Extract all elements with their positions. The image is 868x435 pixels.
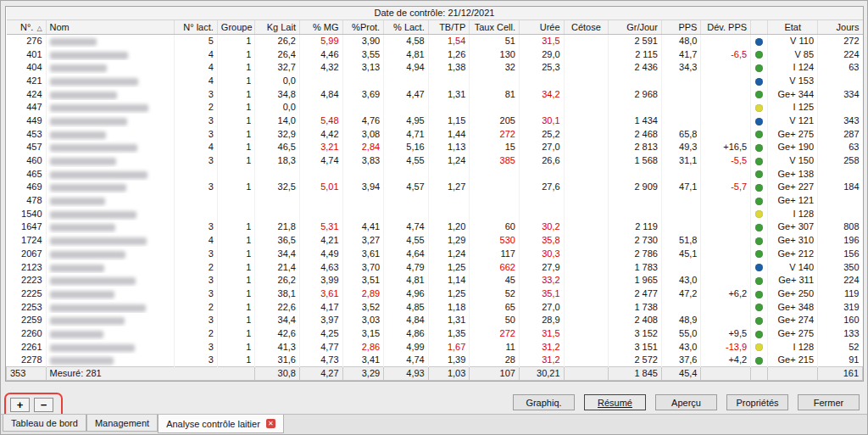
cell-tb <box>428 100 470 114</box>
column-header-prot[interactable]: %Prot. <box>342 20 384 34</box>
table-row[interactable]: 22602142,64,253,154,861,3527231,53 15255… <box>7 326 863 340</box>
table-row[interactable]: 22593134,43,973,034,841,315028,92 40848,… <box>7 313 863 326</box>
status-dot-green <box>755 250 763 258</box>
cell-grp: 1 <box>217 233 255 247</box>
close-button[interactable]: Fermer <box>798 394 860 410</box>
cell-lact: 3 <box>175 313 218 326</box>
cell-gr: 1 965 <box>609 273 662 287</box>
graph-button[interactable]: Graphiq. <box>513 394 575 410</box>
column-header-dev[interactable]: Dév. PPS <box>701 20 751 34</box>
cell-prot <box>342 207 384 220</box>
preview-button[interactable]: Aperçu <box>655 394 717 410</box>
table-row[interactable]: 4533132,94,423,084,711,4427225,22 46865,… <box>7 127 863 141</box>
table-row[interactable]: 22253138,13,612,894,961,255235,12 47747,… <box>7 287 863 300</box>
cell-nom <box>46 313 175 326</box>
cell-kg: 21,4 <box>255 260 300 274</box>
column-header-no[interactable]: N°.△ <box>7 20 47 34</box>
cell-lact: 3 <box>175 287 218 300</box>
cell-mg: 4,73 <box>299 354 342 367</box>
column-header-kg[interactable]: Kg Lait <box>255 20 300 34</box>
cell-lact: 3 <box>175 153 218 167</box>
table-row[interactable]: 4014126,44,463,554,811,2613029,02 11541,… <box>7 47 863 61</box>
table-row[interactable]: 4693132,55,013,944,571,2727,62 90947,1-5… <box>7 181 863 194</box>
cell-dot <box>751 207 768 220</box>
column-header-nom[interactable]: Nom <box>46 20 175 34</box>
table-row[interactable]: 2765126,25,993,904,581,545131,52 59148,0… <box>7 34 863 47</box>
table-row[interactable]: 21232121,44,633,704,791,2566227,91 783V … <box>7 260 863 274</box>
table-row[interactable]: 22532122,64,173,524,851,186527,01 738Ge+… <box>7 300 863 314</box>
cell-kg: 32,9 <box>255 127 300 141</box>
column-header-gr[interactable]: Gr/Jour <box>609 20 662 34</box>
cell-cell: 65 <box>470 300 520 314</box>
column-header-lact[interactable]: N° lact. <box>175 20 218 34</box>
resume-button[interactable]: Résumé <box>584 394 646 410</box>
column-header-mg[interactable]: % MG <box>299 20 342 34</box>
cell-pps: 49,3 <box>661 141 701 154</box>
cell-lac <box>384 167 429 181</box>
table-row[interactable]: 421410,0V 153 <box>7 74 863 87</box>
properties-button[interactable]: Propriétés <box>726 394 788 410</box>
column-header-tb[interactable]: TB/TP <box>428 20 470 34</box>
table-row[interactable]: 1540I 128 <box>7 207 863 220</box>
close-tab-icon[interactable]: ✕ <box>266 419 275 428</box>
table-row[interactable]: 22233126,23,993,514,811,144533,21 96543,… <box>7 273 863 287</box>
blurred-name <box>50 144 137 152</box>
column-header-jours[interactable]: Jours <box>818 20 863 34</box>
remove-button[interactable]: − <box>34 398 53 412</box>
cell-pps: 47,2 <box>661 287 701 300</box>
cell-dot <box>751 60 768 74</box>
cell-etat: Ge+ 274 <box>768 313 818 326</box>
cell-pps <box>661 114 701 127</box>
cell-grp: 1 <box>217 87 255 101</box>
table-row[interactable]: 447210,0I 125 <box>7 100 863 114</box>
total-cell: 107 <box>470 366 520 380</box>
table-row[interactable]: 22783131,64,733,414,741,392831,22 57237,… <box>7 354 863 367</box>
column-header-uree[interactable]: Urée <box>519 20 564 34</box>
column-header-lac[interactable]: % Lact. <box>384 20 429 34</box>
table-row[interactable]: 4603118,34,743,834,551,2438526,61 56831,… <box>7 153 863 167</box>
cell-grp: 1 <box>217 34 255 47</box>
cell-prot: 3,69 <box>342 87 384 101</box>
sort-ascending-icon: △ <box>36 25 42 32</box>
column-header-cell[interactable]: Taux Cell. <box>470 20 520 34</box>
cell-nom <box>46 247 175 260</box>
table-row[interactable]: 16473121,85,314,414,741,206030,22 119Ge+… <box>7 220 863 234</box>
table-row[interactable]: 465Ge+ 138 <box>7 167 863 181</box>
cell-prot: 3,08 <box>342 127 384 141</box>
cell-gr: 2 909 <box>609 181 662 194</box>
cell-cet <box>564 273 609 287</box>
tab-tableau-de-bord[interactable]: Tableau de bord <box>3 415 86 432</box>
table-row[interactable]: 17244136,54,213,274,551,2953035,82 73051… <box>7 233 863 247</box>
tab-analyse-controle-laitier[interactable]: Analyse contrôle laitier ✕ <box>158 415 284 433</box>
cell-uree: 29,0 <box>519 47 564 61</box>
column-header-pps[interactable]: PPS <box>661 20 701 34</box>
cell-prot: 3,51 <box>342 273 384 287</box>
cell-jours <box>818 74 863 87</box>
cell-prot <box>342 193 384 207</box>
table-row[interactable]: 20673134,44,493,614,641,2411730,32 78645… <box>7 247 863 260</box>
cell-prot <box>342 100 384 114</box>
cell-dot <box>751 326 768 340</box>
blurred-name <box>50 184 126 192</box>
add-button[interactable]: + <box>10 398 30 412</box>
table-row[interactable]: 4044132,74,323,134,941,383225,32 43634,3… <box>7 60 863 74</box>
column-header-dot[interactable] <box>751 20 768 34</box>
table-row[interactable]: 4243134,84,843,694,471,318134,22 968Ge+ … <box>7 87 863 101</box>
cell-gr: 2 468 <box>609 127 662 141</box>
cell-no: 2123 <box>7 260 47 274</box>
column-header-cet[interactable]: Cétose <box>564 20 609 34</box>
table-row[interactable]: 478Ge+ 121 <box>7 193 863 207</box>
cell-prot <box>342 167 384 181</box>
tab-management[interactable]: Management <box>86 415 158 432</box>
table-row[interactable]: 4574146,53,212,845,161,131527,02 81349,3… <box>7 141 863 154</box>
cell-nom <box>46 300 175 314</box>
cell-no: 469 <box>7 181 47 194</box>
table-row[interactable]: 4493114,05,484,764,951,1520530,11 434V 1… <box>7 114 863 127</box>
column-header-etat[interactable]: Etat <box>768 20 818 34</box>
cell-no: 2260 <box>7 326 47 340</box>
cell-dot <box>751 167 768 181</box>
column-header-grp[interactable]: Groupe <box>217 20 255 34</box>
table-row[interactable]: 22613141,34,772,864,991,671131,23 15143,… <box>7 340 863 354</box>
cell-cell <box>470 74 520 87</box>
tab-label: Tableau de bord <box>11 418 78 428</box>
